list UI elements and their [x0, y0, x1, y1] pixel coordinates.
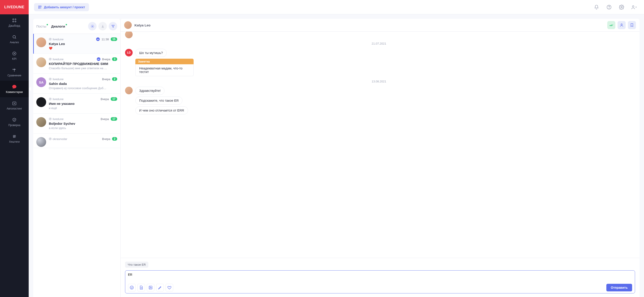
send-button[interactable]: Отправить	[606, 284, 632, 292]
svg-point-28	[50, 39, 51, 40]
emoji-button[interactable]	[128, 284, 136, 292]
user-icon	[620, 23, 624, 27]
avatar	[36, 117, 46, 127]
avatar: SA	[36, 77, 46, 87]
compose-area: Что такое ER ER	[120, 258, 640, 297]
tab-label: Посты	[36, 24, 46, 28]
download-button[interactable]	[98, 22, 107, 30]
dialog-list[interactable]: livedune вк 11:38 15 Katya Leo ❤️	[33, 34, 120, 297]
sidebar: LIVEDUNE Дашборд Анализ KPI Сравнение	[0, 0, 29, 297]
operator-badge: вк	[96, 37, 100, 41]
filter-button[interactable]	[109, 22, 117, 30]
svg-point-23	[609, 8, 609, 8]
dialog-preview: Спасибо большое) мне уже ответили на …	[49, 66, 117, 70]
svg-point-7	[14, 53, 14, 54]
compose-box: ER	[125, 270, 635, 294]
template-button[interactable]	[137, 284, 145, 292]
channel-label: okrasnodar	[49, 137, 67, 141]
plus-grid-icon	[38, 5, 42, 9]
channel-label: livedune	[49, 117, 64, 121]
note-body: Неадекватная мадам, что-то тестит	[135, 64, 194, 76]
bell-icon[interactable]	[592, 3, 601, 12]
chat-panel: Katya Leo	[120, 19, 640, 297]
help-icon[interactable]	[604, 3, 614, 12]
dialog-time: Вчера	[102, 77, 110, 81]
assign-user-button[interactable]	[618, 21, 626, 29]
svg-point-40	[50, 118, 51, 119]
pencil-icon	[158, 286, 162, 290]
target-icon	[12, 51, 17, 56]
message-input[interactable]: ER	[128, 273, 632, 282]
logo: LIVEDUNE	[0, 0, 29, 14]
message-bubble: Подскажите, что такое ER	[135, 96, 182, 105]
chat-body[interactable]: 21.07.2021 LD Шо ты мутишь? Заметка Неад…	[120, 31, 640, 258]
dialog-item[interactable]: livedune вк Вчера 3 КОПИРАЙТЕР ПРОДВИЖЕН…	[33, 54, 120, 74]
avatar	[36, 137, 46, 147]
svg-point-2	[13, 21, 14, 22]
note: Заметка Неадекватная мадам, что-то тести…	[135, 59, 194, 76]
add-account-button[interactable]: Добавить аккаунт / проект	[34, 3, 89, 11]
indicator-dot	[46, 24, 48, 25]
dialog-name: Katya Leo	[49, 42, 117, 46]
dialog-item[interactable]: livedune вк 11:38 15 Katya Leo ❤️	[33, 34, 120, 54]
indicator-dot	[66, 24, 67, 25]
avatar	[36, 57, 46, 67]
nav-label: Проверка	[8, 124, 20, 127]
user-menu[interactable]	[630, 3, 638, 12]
dialog-item[interactable]: livedune Вчера 17 Имя не указано и ещё	[33, 94, 120, 114]
instagram-icon	[49, 78, 52, 80]
nav-analysis[interactable]: Анализ	[0, 31, 29, 47]
svg-point-41	[51, 118, 51, 118]
comment-icon	[12, 84, 17, 89]
quick-reply-chip[interactable]: Что такое ER	[125, 262, 148, 268]
instagram-icon	[49, 38, 52, 40]
edit-button[interactable]	[156, 284, 164, 292]
nav-check[interactable]: Проверка	[0, 114, 29, 130]
nav-hashtags[interactable]: Хештеги	[0, 130, 29, 147]
svg-point-4	[13, 35, 16, 38]
bookmark-button[interactable]	[628, 21, 636, 29]
date-separator: 21.07.2021	[125, 42, 633, 45]
search-icon	[12, 34, 17, 39]
operator-badge: вк	[97, 57, 100, 61]
heart-icon	[168, 286, 172, 290]
dialog-item[interactable]: SA livedune Вчера 2 Sah	[33, 74, 120, 94]
nav-label: Комментарии	[6, 90, 23, 94]
svg-point-45	[621, 24, 622, 25]
dialog-time: Вчера	[102, 57, 110, 61]
channel-label: livedune	[49, 97, 64, 101]
image-button[interactable]	[147, 284, 154, 292]
dialog-item[interactable]: okrasnodar Вчера 2	[33, 133, 120, 148]
tab-posts[interactable]: Посты	[36, 24, 46, 28]
nav-dashboard[interactable]: Дашборд	[0, 14, 29, 31]
dialog-item[interactable]: livedune Вчера 17 Boljedor Sychev а если…	[33, 114, 120, 133]
calendar-plus-icon	[12, 101, 17, 106]
instagram-icon	[49, 98, 52, 100]
like-button[interactable]	[166, 284, 173, 292]
mark-done-button[interactable]	[607, 21, 615, 29]
settings-button[interactable]	[88, 22, 96, 30]
nav-label: Автопостинг	[7, 107, 22, 110]
svg-point-47	[131, 287, 132, 288]
nav-comments[interactable]: Комментарии	[0, 81, 29, 97]
svg-line-16	[15, 135, 15, 138]
message-bubble: Здравствуйте!	[135, 87, 164, 95]
svg-rect-18	[40, 6, 41, 7]
svg-point-43	[50, 138, 51, 139]
tab-dialogs[interactable]: Диалоги	[51, 24, 65, 28]
chat-avatar	[124, 21, 132, 29]
instagram-icon	[49, 118, 52, 120]
nav-compare[interactable]: Сравнение	[0, 64, 29, 81]
svg-point-26	[92, 26, 93, 27]
nav-autoposting[interactable]: Автопостинг	[0, 97, 29, 114]
dialog-name: Имя не указано	[49, 102, 117, 105]
svg-line-5	[15, 38, 16, 38]
svg-point-37	[50, 99, 51, 99]
hashtag-icon	[12, 134, 17, 139]
svg-point-32	[51, 58, 51, 59]
unread-badge: 2	[112, 137, 117, 141]
svg-point-31	[50, 59, 51, 60]
nav-label: KPI	[12, 57, 16, 60]
nav-kpi[interactable]: KPI	[0, 47, 29, 64]
gear-icon[interactable]	[617, 3, 626, 12]
